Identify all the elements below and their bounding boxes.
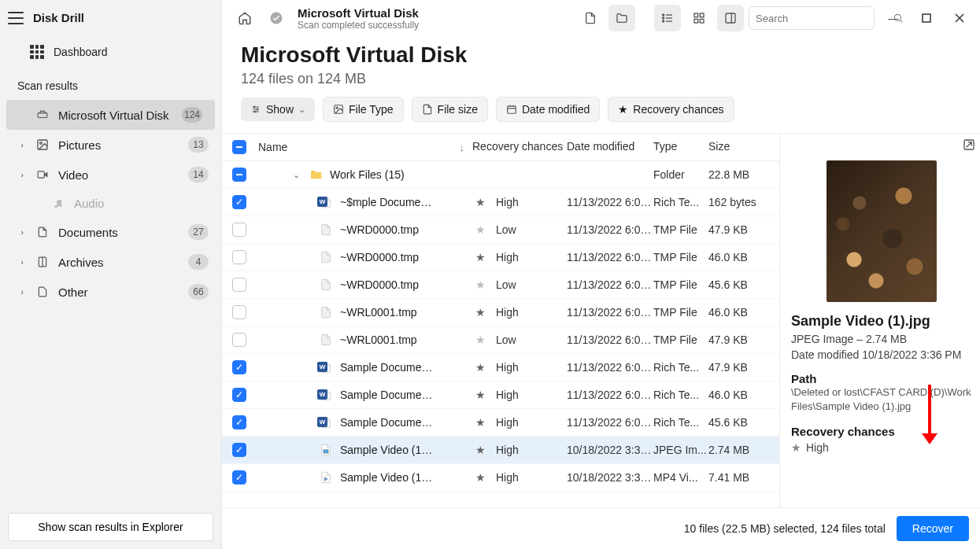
size-value: 47.9 KB <box>708 223 779 236</box>
file-type-filter[interactable]: File Type <box>323 97 404 122</box>
date-value: 11/13/2022 6:01... <box>567 278 653 291</box>
audio-icon <box>50 197 66 210</box>
panel-view-icon[interactable] <box>717 5 744 31</box>
file-icon <box>318 332 334 348</box>
row-checkbox[interactable] <box>232 168 246 182</box>
recovery-value: Low <box>496 223 516 236</box>
row-checkbox[interactable] <box>232 305 246 319</box>
file-view-icon[interactable] <box>577 5 604 31</box>
sidebar-item-audio[interactable]: Audio <box>0 190 221 217</box>
sidebar-item-video[interactable]: ›Video14 <box>0 160 221 190</box>
table-row[interactable]: W~$mple Documen...★High11/13/2022 6:01..… <box>222 189 779 216</box>
recovery-value: High <box>496 361 519 374</box>
svg-point-13 <box>663 20 664 22</box>
star-icon: ★ <box>472 306 488 319</box>
type-value: TMP File <box>653 251 708 263</box>
list-view-icon[interactable] <box>654 5 681 31</box>
row-checkbox[interactable] <box>232 278 246 292</box>
svg-rect-19 <box>726 13 735 23</box>
sidebar-item-archives[interactable]: ›Archives4 <box>0 247 221 277</box>
size-value: 45.6 KB <box>708 278 779 291</box>
svg-point-9 <box>663 14 664 16</box>
table-row[interactable]: Sample Video (1)....★High10/18/2022 3:36… <box>222 464 779 492</box>
table-row[interactable]: ~WRD0000.tmp★High11/13/2022 6:01...TMP F… <box>222 244 779 271</box>
date-value: 11/13/2022 6:00... <box>567 389 653 401</box>
star-icon: ★ <box>472 333 488 346</box>
row-checkbox[interactable] <box>232 250 246 264</box>
svg-point-2 <box>40 142 43 145</box>
row-checkbox[interactable] <box>232 360 246 374</box>
table-row[interactable]: ~WRD0000.tmp★Low11/13/2022 6:00...TMP Fi… <box>222 216 779 244</box>
col-recovery-header[interactable]: Recovery chances <box>472 140 567 154</box>
star-icon: ★ <box>472 251 488 263</box>
col-size-header[interactable]: Size <box>708 140 779 154</box>
search-input[interactable] <box>756 13 888 24</box>
close-button[interactable] <box>945 5 974 31</box>
file-size-filter[interactable]: File size <box>412 97 488 122</box>
star-icon: ★ <box>791 441 801 454</box>
recovery-filter[interactable]: ★Recovery chances <box>608 97 734 122</box>
table-row[interactable]: WSample Documen...★High11/13/2022 6:01..… <box>222 409 779 437</box>
table-row[interactable]: ~WRL0001.tmp★Low11/13/2022 6:00...TMP Fi… <box>222 326 779 354</box>
table-row[interactable]: ⌄Work Files (15)Folder22.8 MB <box>222 161 779 189</box>
maximize-button[interactable] <box>912 5 941 31</box>
svg-rect-16 <box>700 13 704 17</box>
disk-icon <box>35 109 50 120</box>
preview-path: \Deleted or lost\CFAST CARD (D)\Work Fil… <box>791 385 972 414</box>
show-in-explorer-button[interactable]: Show scan results in Explorer <box>8 513 213 541</box>
col-date-header[interactable]: Date modified <box>567 140 653 154</box>
minimize-button[interactable]: — <box>879 5 908 31</box>
row-checkbox[interactable] <box>232 388 246 402</box>
table-row[interactable]: ~WRL0001.tmp★High11/13/2022 6:00...TMP F… <box>222 299 779 326</box>
show-filter[interactable]: Show ⌄ <box>241 98 315 121</box>
popout-icon[interactable] <box>963 138 975 151</box>
type-value: TMP File <box>653 333 708 346</box>
type-value: TMP File <box>653 278 708 291</box>
sidebar-item-pictures[interactable]: ›Pictures13 <box>0 130 221 160</box>
file-icon: W <box>318 194 334 210</box>
svg-point-29 <box>253 106 255 108</box>
row-checkbox[interactable] <box>232 443 246 457</box>
date-value: 10/18/2022 3:36... <box>567 444 653 456</box>
file-name: ~WRD0000.tmp <box>340 223 419 236</box>
sidebar-item-documents[interactable]: ›Documents27 <box>0 217 221 247</box>
recover-button[interactable]: Recover <box>897 516 969 541</box>
folder-view-icon[interactable] <box>608 5 635 31</box>
chevron-right-icon: › <box>17 140 27 149</box>
type-value: Folder <box>653 168 708 181</box>
size-value: 45.6 KB <box>708 416 779 429</box>
count-badge: 14 <box>188 167 209 182</box>
table-row[interactable]: ~WRD0000.tmp★Low11/13/2022 6:01...TMP Fi… <box>222 271 779 299</box>
row-checkbox[interactable] <box>232 415 246 429</box>
home-icon[interactable] <box>231 5 258 31</box>
table-row[interactable]: Sample Video (1).j...★High10/18/2022 3:3… <box>222 437 779 464</box>
select-all-checkbox[interactable] <box>232 140 246 154</box>
calendar-icon <box>506 104 517 115</box>
sort-down-icon: ↓ <box>460 142 465 153</box>
row-checkbox[interactable] <box>232 195 246 209</box>
sidebar-item-other[interactable]: ›Other66 <box>0 277 221 307</box>
status-check-icon <box>263 5 290 31</box>
col-name-header[interactable]: Name↓ <box>253 140 472 154</box>
svg-point-30 <box>257 109 258 110</box>
date-modified-filter[interactable]: Date modified <box>496 97 600 122</box>
type-value: Rich Te... <box>653 389 708 401</box>
grid-view-icon[interactable] <box>686 5 712 31</box>
dashboard-link[interactable]: Dashboard <box>0 35 221 68</box>
star-icon: ★ <box>472 416 488 429</box>
recovery-value: High <box>496 306 519 319</box>
row-checkbox[interactable] <box>232 470 246 485</box>
menu-icon[interactable] <box>8 12 24 24</box>
search-box[interactable] <box>749 6 875 30</box>
col-type-header[interactable]: Type <box>653 140 708 154</box>
table-row[interactable]: WSample Documen...★High11/13/2022 6:00..… <box>222 381 779 409</box>
row-checkbox[interactable] <box>232 333 246 347</box>
table-row[interactable]: WSample Documen...★High11/13/2022 6:00..… <box>222 354 779 381</box>
sidebar-item-microsoft-virtual-disk[interactable]: Microsoft Virtual Disk124 <box>6 100 215 130</box>
dashboard-icon <box>30 45 44 59</box>
date-value: 11/13/2022 6:01... <box>567 251 653 263</box>
row-checkbox[interactable] <box>232 223 246 237</box>
file-icon <box>318 304 334 320</box>
topbar-title: Microsoft Virtual Disk <box>298 6 419 20</box>
svg-rect-34 <box>508 106 516 113</box>
